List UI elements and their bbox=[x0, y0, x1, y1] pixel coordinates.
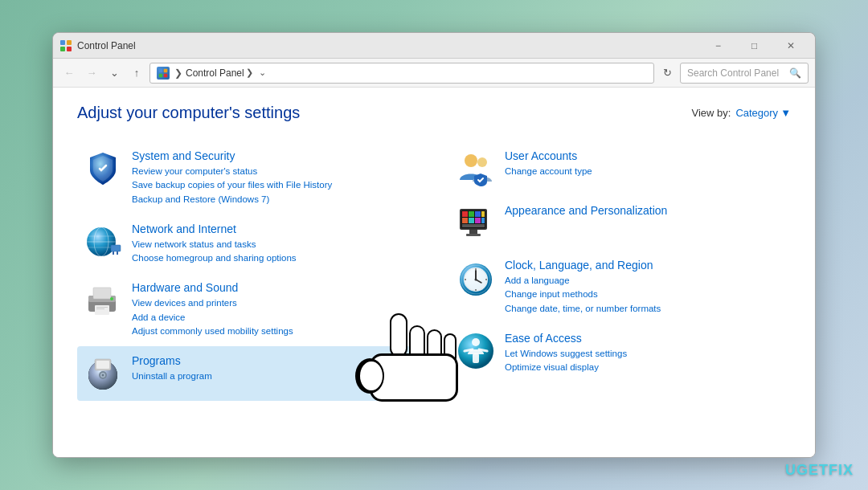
ease-access-links: Let Windows suggest settings Optimize vi… bbox=[505, 347, 784, 375]
ease-access-icon bbox=[457, 332, 495, 370]
watermark: UGETFIX bbox=[785, 462, 854, 479]
backup-restore-link[interactable]: Backup and Restore (Windows 7) bbox=[132, 193, 411, 206]
clock-language-title[interactable]: Clock, Language, and Region bbox=[505, 259, 784, 272]
clock-language-text: Clock, Language, and Region Add a langua… bbox=[505, 259, 784, 316]
svg-rect-3 bbox=[67, 47, 72, 51]
user-accounts-title[interactable]: User Accounts bbox=[505, 149, 784, 162]
svg-rect-1 bbox=[67, 40, 72, 45]
category-programs[interactable]: Programs Uninstall a program bbox=[77, 346, 418, 401]
network-status-link[interactable]: View network status and tasks bbox=[132, 238, 411, 251]
visual-display-link[interactable]: Optimize visual display bbox=[505, 361, 784, 374]
titlebar: Control Panel − □ ✕ bbox=[53, 33, 815, 59]
search-box[interactable]: Search Control Panel 🔍 bbox=[680, 63, 809, 84]
address-dropdown-button[interactable]: ⌄ bbox=[253, 63, 272, 83]
svg-rect-6 bbox=[159, 73, 163, 77]
file-history-link[interactable]: Save backup copies of your files with Fi… bbox=[132, 178, 411, 192]
svg-rect-15 bbox=[117, 251, 118, 255]
svg-rect-41 bbox=[481, 218, 485, 223]
address-icon bbox=[157, 67, 170, 80]
left-categories: System and Security Review your computer… bbox=[77, 141, 418, 401]
programs-text: Programs Uninstall a program bbox=[132, 354, 411, 383]
devices-printers-link[interactable]: View devices and printers bbox=[132, 296, 411, 310]
viewby-control: View by: Category ▼ bbox=[691, 107, 791, 119]
close-button[interactable]: ✕ bbox=[772, 34, 809, 58]
address-box[interactable]: ❯ Control Panel ❯ ⌄ bbox=[149, 63, 654, 84]
svg-line-60 bbox=[479, 349, 487, 351]
suggest-settings-link[interactable]: Let Windows suggest settings bbox=[505, 347, 784, 361]
recent-button[interactable]: ⌄ bbox=[104, 63, 124, 83]
search-icon: 🔍 bbox=[789, 67, 801, 79]
add-language-link[interactable]: Add a language bbox=[505, 274, 784, 288]
uninstall-program-link[interactable]: Uninstall a program bbox=[132, 370, 411, 383]
back-button[interactable]: ← bbox=[59, 63, 79, 83]
network-internet-title[interactable]: Network and Internet bbox=[132, 223, 411, 235]
network-internet-text: Network and Internet View network status… bbox=[132, 223, 411, 266]
svg-rect-20 bbox=[96, 307, 108, 308]
svg-rect-2 bbox=[60, 47, 65, 51]
address-label: Control Panel bbox=[186, 67, 244, 79]
category-clock-language[interactable]: Clock, Language, and Region Add a langua… bbox=[450, 251, 791, 324]
homegroup-link[interactable]: Choose homegroup and sharing options bbox=[132, 251, 411, 265]
right-categories: User Accounts Change account type bbox=[450, 141, 791, 401]
page-title: Adjust your computer's settings bbox=[77, 104, 300, 122]
viewby-dropdown[interactable]: Category ▼ bbox=[735, 107, 791, 119]
svg-rect-40 bbox=[475, 218, 481, 223]
programs-icon bbox=[84, 354, 122, 393]
addressbar: ← → ⌄ ↑ ❯ Control Panel ❯ ⌄ ↻ Search Con… bbox=[53, 59, 815, 88]
viewby-label: View by: bbox=[691, 107, 731, 119]
user-accounts-links: Change account type bbox=[505, 165, 784, 178]
change-account-link[interactable]: Change account type bbox=[505, 165, 784, 178]
clock-language-icon bbox=[457, 259, 495, 297]
svg-rect-35 bbox=[469, 211, 474, 217]
appearance-icon bbox=[457, 204, 495, 243]
address-chevron: ❯ bbox=[246, 67, 253, 78]
svg-point-51 bbox=[475, 279, 477, 281]
watermark-suffix: TFIX bbox=[819, 462, 854, 478]
user-accounts-icon bbox=[457, 149, 495, 188]
clock-language-links: Add a language Change input methods Chan… bbox=[505, 274, 784, 316]
review-status-link[interactable]: Review your computer's status bbox=[132, 165, 411, 178]
category-appearance[interactable]: Appearance and Personalization bbox=[450, 196, 791, 251]
svg-line-59 bbox=[465, 349, 473, 351]
input-methods-link[interactable]: Change input methods bbox=[505, 288, 784, 301]
hardware-sound-text: Hardware and Sound View devices and prin… bbox=[132, 281, 411, 338]
svg-rect-0 bbox=[60, 40, 65, 45]
svg-rect-18 bbox=[93, 288, 111, 299]
category-system-security[interactable]: System and Security Review your computer… bbox=[77, 141, 418, 214]
appearance-title[interactable]: Appearance and Personalization bbox=[505, 204, 784, 217]
network-internet-icon bbox=[84, 223, 122, 261]
add-device-link[interactable]: Add a device bbox=[132, 311, 411, 325]
window-icon bbox=[59, 39, 72, 52]
forward-button[interactable]: → bbox=[82, 63, 101, 83]
svg-rect-36 bbox=[475, 211, 481, 217]
ease-access-title[interactable]: Ease of Access bbox=[505, 332, 784, 345]
user-accounts-text: User Accounts Change account type bbox=[505, 149, 784, 178]
category-user-accounts[interactable]: User Accounts Change account type bbox=[450, 141, 791, 196]
up-button[interactable]: ↑ bbox=[127, 63, 146, 83]
date-time-link[interactable]: Change date, time, or number formats bbox=[505, 302, 784, 316]
mobility-settings-link[interactable]: Adjust commonly used mobility settings bbox=[132, 325, 411, 338]
programs-title[interactable]: Programs bbox=[132, 354, 411, 367]
address-text: ❯ bbox=[174, 67, 182, 79]
category-ease-access[interactable]: Ease of Access Let Windows suggest setti… bbox=[450, 324, 791, 383]
content-header: Adjust your computer's settings View by:… bbox=[77, 104, 791, 122]
minimize-button[interactable]: − bbox=[700, 34, 736, 58]
hardware-sound-icon bbox=[84, 281, 122, 320]
category-hardware-sound[interactable]: Hardware and Sound View devices and prin… bbox=[77, 273, 418, 346]
categories-grid: System and Security Review your computer… bbox=[77, 141, 791, 401]
svg-point-57 bbox=[472, 338, 480, 346]
hardware-sound-links: View devices and printers Add a device A… bbox=[132, 296, 411, 338]
maximize-button[interactable]: □ bbox=[736, 34, 772, 58]
hardware-sound-title[interactable]: Hardware and Sound bbox=[132, 281, 411, 294]
svg-rect-4 bbox=[159, 68, 163, 72]
system-security-title[interactable]: System and Security bbox=[132, 149, 411, 162]
ease-access-text: Ease of Access Let Windows suggest setti… bbox=[505, 332, 784, 375]
appearance-text: Appearance and Personalization bbox=[505, 204, 784, 219]
refresh-button[interactable]: ↻ bbox=[657, 63, 677, 83]
svg-rect-43 bbox=[469, 230, 477, 234]
svg-rect-5 bbox=[164, 68, 168, 72]
category-network-internet[interactable]: Network and Internet View network status… bbox=[77, 214, 418, 274]
watermark-accent: E bbox=[809, 462, 819, 478]
viewby-value-text: Category bbox=[735, 107, 778, 119]
svg-point-22 bbox=[110, 297, 113, 300]
